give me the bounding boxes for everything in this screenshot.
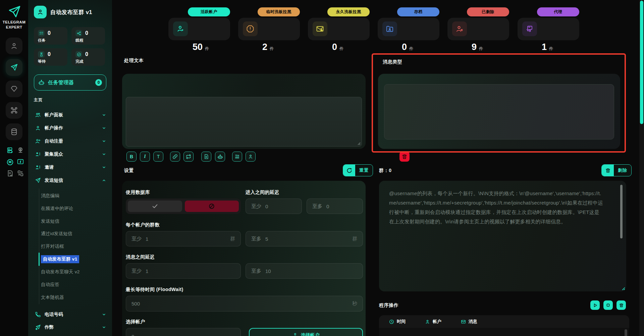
submenu-item-channel-comments[interactable]: 在频道中的评论: [41, 202, 108, 215]
stat-card-archive: 0件: [378, 18, 439, 40]
page-scrollbar-thumb[interactable]: [640, 1, 643, 124]
text-format-button[interactable]: T: [153, 152, 163, 162]
submenu-item-auto-post-chat-v2[interactable]: 自动发布至聊天 v2: [41, 266, 108, 278]
chevron-down-icon: [102, 126, 106, 130]
chevron-down-icon: [102, 325, 106, 329]
submenu-item-auto-post-group-v1[interactable]: 自动发布至群 v1: [41, 253, 108, 266]
stat-card-unit: 件: [549, 46, 553, 52]
reset-button[interactable]: 重置: [343, 164, 373, 176]
stop-button[interactable]: [603, 300, 613, 310]
groups-min-input[interactable]: 至少1 群: [126, 231, 241, 246]
stat-card-badge: 活跃帐户: [188, 7, 230, 16]
database-yes-button[interactable]: [128, 201, 182, 212]
submenu-label: 发送短信: [41, 218, 59, 224]
message-delay-min-input[interactable]: 至少1: [126, 263, 241, 279]
proxy-server-icon: [522, 21, 537, 36]
message-delay-max-input[interactable]: 至多10: [246, 263, 363, 279]
user-icon: [35, 125, 41, 131]
select-account-count-input[interactable]: 0: [126, 328, 241, 336]
rail-premium-button[interactable]: [6, 80, 22, 97]
submenu-item-text-randomizer[interactable]: 文本随机器: [41, 291, 108, 304]
repeat-button[interactable]: [183, 152, 194, 162]
submenu-label: 消息编辑: [41, 193, 59, 199]
reset-label: 重置: [355, 165, 373, 176]
bot-button[interactable]: [215, 152, 225, 162]
stat-card-perm-blacklist: 0件: [308, 18, 370, 40]
column-label: 消息: [469, 319, 477, 325]
mini-file-check-icon[interactable]: [6, 169, 14, 177]
sidebar-item-cheats[interactable]: 作弊: [28, 321, 112, 334]
rail-database-button[interactable]: [6, 123, 22, 140]
submenu-item-message-edit[interactable]: 消息编辑: [41, 189, 108, 202]
stat-value: 0: [85, 30, 88, 36]
start-button[interactable]: [590, 300, 600, 310]
command-icon: [10, 106, 18, 114]
groups-textarea[interactable]: @username的列表，每个从一个新行。\N\N支持的格式：\n'@usern…: [379, 181, 626, 291]
stat-card-badge: 已删除: [467, 7, 509, 16]
enter-delay-max-input[interactable]: 至多0: [307, 199, 363, 214]
mention-user-button[interactable]: [246, 152, 256, 162]
clear-log-button[interactable]: [616, 300, 626, 310]
mini-console-icon[interactable]: [16, 158, 24, 166]
stat-card-value: 2: [262, 42, 267, 52]
submenu-label: 自动发布至聊天 v2: [41, 269, 80, 275]
mini-bot-gear-icon[interactable]: [6, 158, 14, 166]
message-type-title: 消息类型: [383, 59, 402, 65]
rail-sender-button[interactable]: [6, 59, 22, 76]
mini-swap-squares-icon[interactable]: [16, 169, 24, 177]
rail-commands-button[interactable]: [6, 102, 22, 119]
select-account-button[interactable]: 选择帐户: [249, 328, 363, 336]
check-circle-icon: [75, 51, 82, 58]
submenu-item-send-sms[interactable]: 发送短信: [41, 215, 108, 228]
italic-button[interactable]: I: [140, 152, 150, 162]
resize-handle[interactable]: [357, 142, 361, 145]
sidebar-item-auto-register[interactable]: 自动注册: [28, 135, 112, 148]
chevron-down-icon: [102, 313, 106, 317]
sidebar-item-account-ops[interactable]: 帐户操作: [28, 122, 112, 134]
user-list-icon: [35, 164, 41, 170]
process-text-textarea[interactable]: [126, 97, 362, 147]
submenu-item-auto-reply[interactable]: 自动应答: [41, 278, 108, 291]
resize-handle[interactable]: [622, 287, 625, 290]
stat-card-badge: 存档: [397, 7, 439, 16]
process-text-title: 处理文本: [124, 58, 144, 64]
link-button[interactable]: [170, 152, 180, 162]
rail-accounts-button[interactable]: [6, 38, 22, 54]
paper-plane-icon: [10, 63, 18, 71]
mini-server-check-icon[interactable]: [6, 146, 14, 154]
floodwait-input[interactable]: 500 秒: [126, 296, 363, 312]
sidebar-item-phone-numbers[interactable]: 电话号码: [28, 308, 112, 321]
sidebar-item-account-panel[interactable]: 帐户面板: [28, 109, 112, 121]
text-lines-button[interactable]: [232, 152, 242, 162]
message-type-textarea[interactable]: [384, 84, 614, 139]
sidebar-item-invite[interactable]: 邀请: [28, 161, 112, 174]
submenu-item-send-by-id[interactable]: 通过id发送短信: [41, 227, 108, 240]
brand-logo-plane-icon: [7, 5, 21, 19]
mini-user-network-icon[interactable]: [16, 146, 24, 154]
play-icon: [593, 303, 597, 307]
file-insert-button[interactable]: [201, 152, 211, 162]
nodes-icon: [75, 30, 82, 37]
stat-card-value: 0: [332, 42, 337, 52]
groups-scrollbar-thumb[interactable]: [620, 185, 623, 238]
stat-value: 0: [48, 51, 51, 57]
groups-max-input[interactable]: 至多5 群: [246, 231, 363, 246]
task-manager-button[interactable]: 任务管理器 0: [34, 74, 106, 91]
submenu-item-open-dialog[interactable]: 打开对话框: [41, 240, 108, 253]
bold-button[interactable]: B: [126, 152, 137, 162]
groups-title: 群：0: [379, 168, 392, 174]
repeat-icon: [186, 154, 191, 159]
sidebar-item-send-sms[interactable]: 发送短信: [28, 174, 112, 187]
delete-groups-button[interactable]: 删除: [601, 164, 632, 176]
column-time: 时间: [389, 319, 406, 325]
clear-text-button[interactable]: [399, 152, 410, 162]
enter-delay-min-input[interactable]: 至少0: [246, 199, 302, 214]
submenu-label: 自动应答: [41, 282, 59, 288]
log-scrollbar-thumb[interactable]: [625, 329, 627, 336]
stat-card-unit: 件: [479, 46, 483, 52]
max-prefix: 至多: [312, 203, 322, 210]
settings-title: 设置: [124, 168, 134, 174]
database-no-button[interactable]: [185, 201, 239, 212]
sidebar-item-gather-audience[interactable]: 聚集观众: [28, 148, 112, 161]
sidebar-item-label: 帐户面板: [45, 112, 63, 118]
